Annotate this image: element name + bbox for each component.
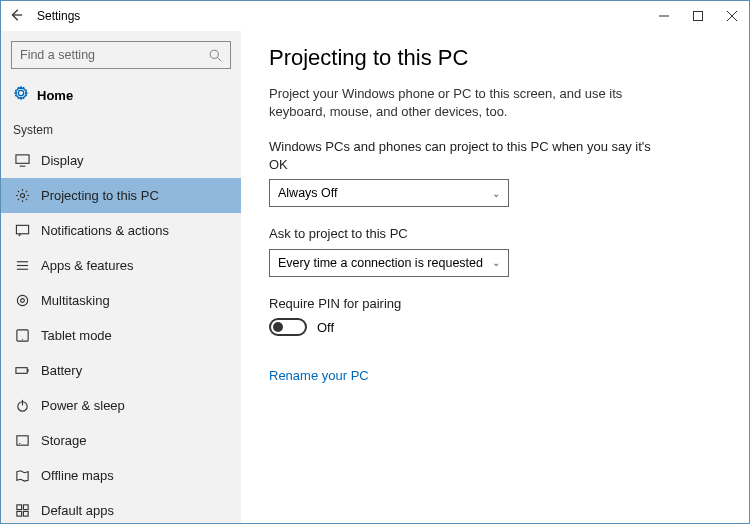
sidebar-item-label: Storage <box>41 433 87 448</box>
require-pin-toggle[interactable] <box>269 318 307 336</box>
sidebar-item-label: Notifications & actions <box>41 223 169 238</box>
message-icon <box>13 223 31 238</box>
home-label: Home <box>37 88 73 103</box>
svg-rect-17 <box>15 368 26 374</box>
sidebar-item-battery[interactable]: Battery <box>1 353 241 388</box>
rename-pc-link[interactable]: Rename your PC <box>269 368 369 383</box>
display-icon <box>13 153 31 168</box>
svg-point-14 <box>20 299 24 303</box>
svg-point-13 <box>17 295 27 305</box>
close-button[interactable] <box>715 1 749 31</box>
storage-icon <box>13 433 31 448</box>
sidebar-item-label: Power & sleep <box>41 398 125 413</box>
chevron-down-icon: ⌄ <box>492 188 500 199</box>
gear-icon <box>13 85 29 105</box>
svg-rect-21 <box>16 436 27 445</box>
svg-rect-24 <box>23 505 28 510</box>
sidebar-item-tablet-mode[interactable]: Tablet mode <box>1 318 241 353</box>
sidebar-item-power-sleep[interactable]: Power & sleep <box>1 388 241 423</box>
toggle-knob <box>273 322 283 332</box>
setting-label: Windows PCs and phones can project to th… <box>269 138 659 173</box>
titlebar: Settings <box>1 1 749 31</box>
sidebar-item-display[interactable]: Display <box>1 143 241 178</box>
svg-rect-26 <box>23 511 28 516</box>
svg-rect-6 <box>15 155 28 163</box>
sidebar-item-label: Default apps <box>41 503 114 518</box>
list-icon <box>13 258 31 273</box>
svg-rect-23 <box>16 505 21 510</box>
window-controls <box>647 1 749 31</box>
search-box[interactable] <box>11 41 231 69</box>
minimize-icon <box>659 11 669 21</box>
setting-require-pin: Require PIN for pairing Off <box>269 295 721 337</box>
back-button[interactable] <box>1 8 31 25</box>
svg-point-22 <box>19 443 20 444</box>
svg-rect-18 <box>27 369 28 372</box>
svg-rect-1 <box>694 12 703 21</box>
sidebar-item-label: Projecting to this PC <box>41 188 159 203</box>
sidebar-item-label: Display <box>41 153 84 168</box>
search-icon <box>209 49 222 62</box>
sidebar-item-multitasking[interactable]: Multitasking <box>1 283 241 318</box>
maximize-button[interactable] <box>681 1 715 31</box>
svg-rect-9 <box>16 225 28 233</box>
toggle-state: Off <box>317 320 334 335</box>
setting-project-permission: Windows PCs and phones can project to th… <box>269 138 721 207</box>
defaults-icon <box>13 503 31 518</box>
setting-ask-to-project: Ask to project to this PC Every time a c… <box>269 225 721 277</box>
select-value: Every time a connection is requested <box>278 256 483 270</box>
sidebar-item-default-apps[interactable]: Default apps <box>1 493 241 523</box>
sidebar-item-storage[interactable]: Storage <box>1 423 241 458</box>
gear-icon <box>13 188 31 203</box>
arrow-left-icon <box>9 8 23 22</box>
sidebar-item-label: Offline maps <box>41 468 114 483</box>
search-input[interactable] <box>20 48 209 62</box>
setting-label: Require PIN for pairing <box>269 295 659 313</box>
sidebar-item-offline-maps[interactable]: Offline maps <box>1 458 241 493</box>
chevron-down-icon: ⌄ <box>492 257 500 268</box>
svg-line-5 <box>218 57 222 61</box>
setting-label: Ask to project to this PC <box>269 225 659 243</box>
page-description: Project your Windows phone or PC to this… <box>269 85 659 120</box>
svg-rect-25 <box>16 511 21 516</box>
svg-point-8 <box>20 193 24 197</box>
tablet-icon <box>13 328 31 343</box>
maximize-icon <box>693 11 703 21</box>
sidebar-item-apps-features[interactable]: Apps & features <box>1 248 241 283</box>
content-pane: Projecting to this PC Project your Windo… <box>241 31 749 523</box>
nav-list: DisplayProjecting to this PCNotification… <box>1 143 241 523</box>
project-permission-select[interactable]: Always Off ⌄ <box>269 179 509 207</box>
page-heading: Projecting to this PC <box>269 45 721 71</box>
sidebar-item-label: Battery <box>41 363 82 378</box>
sidebar-item-label: Multitasking <box>41 293 110 308</box>
gear-outline-icon <box>13 293 31 308</box>
sidebar-item-label: Apps & features <box>41 258 134 273</box>
sidebar-item-label: Tablet mode <box>41 328 112 343</box>
svg-point-4 <box>210 50 218 58</box>
ask-to-project-select[interactable]: Every time a connection is requested ⌄ <box>269 249 509 277</box>
window-title: Settings <box>37 9 647 23</box>
sidebar-item-notifications-actions[interactable]: Notifications & actions <box>1 213 241 248</box>
select-value: Always Off <box>278 186 338 200</box>
minimize-button[interactable] <box>647 1 681 31</box>
svg-point-16 <box>21 339 22 340</box>
section-title: System <box>1 119 241 143</box>
close-icon <box>727 11 737 21</box>
battery-icon <box>13 363 31 378</box>
sidebar-item-projecting-to-this-pc[interactable]: Projecting to this PC <box>1 178 241 213</box>
power-icon <box>13 398 31 413</box>
map-icon <box>13 468 31 483</box>
home-button[interactable]: Home <box>1 79 241 111</box>
sidebar: Home System DisplayProjecting to this PC… <box>1 31 241 523</box>
